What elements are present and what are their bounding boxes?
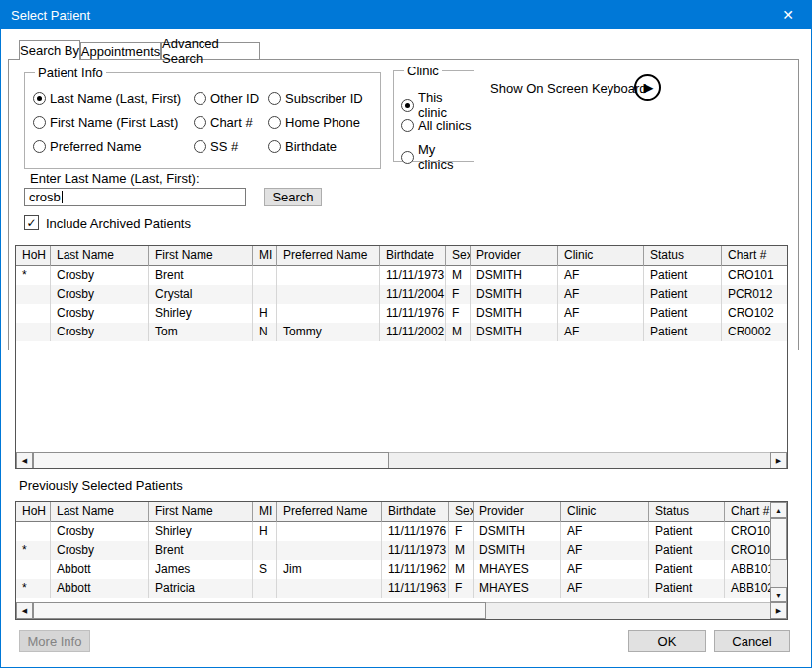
cell <box>16 285 51 304</box>
column-header-hoh[interactable]: HoH <box>16 246 51 266</box>
radio-my-clinics[interactable]: My clinics <box>401 142 474 172</box>
cancel-label: Cancel <box>732 634 771 649</box>
radio-circle-icon <box>33 92 46 105</box>
cell: Crosby <box>51 323 149 341</box>
results-hscroll-thumb[interactable] <box>33 452 389 468</box>
column-header-status[interactable]: Status <box>644 246 722 266</box>
radio-circle-icon <box>268 92 281 105</box>
tab-appointments[interactable]: Appointments <box>80 42 161 59</box>
radio-birthdate[interactable]: Birthdate <box>268 139 337 154</box>
column-header-first-name[interactable]: First Name <box>149 502 253 522</box>
scroll-left-button[interactable]: ◀ <box>16 602 33 619</box>
radio-circle-icon <box>268 140 281 153</box>
column-header-chart[interactable]: Chart # <box>722 246 788 266</box>
radio-home-phone[interactable]: Home Phone <box>268 115 360 130</box>
cancel-button[interactable]: Cancel <box>714 630 790 652</box>
cell: AF <box>558 323 644 341</box>
radio-circle-icon <box>401 119 414 132</box>
tab-search-by[interactable]: Search By <box>19 40 80 60</box>
radio-subscriber-id[interactable]: Subscriber ID <box>268 91 363 106</box>
patient-info-groupbox: Patient Info Last Name (Last, First)Firs… <box>24 72 381 169</box>
column-header-clinic[interactable]: Clinic <box>561 502 649 522</box>
cell: 11/11/1962 <box>382 560 449 579</box>
cell: 11/11/1976 <box>382 522 449 541</box>
table-row[interactable]: CrosbyCrystal11/11/2004FDSMITHAFPatientP… <box>16 285 787 304</box>
radio-all-clinics[interactable]: All clinics <box>401 118 471 133</box>
table-row[interactable]: *AbbottPatricia11/11/1963FMHAYESAFPatien… <box>16 579 787 598</box>
previously-selected-label: Previously Selected Patients <box>19 478 183 493</box>
radio-other-id[interactable]: Other ID <box>194 91 259 106</box>
last-name-input[interactable]: crosb <box>24 188 246 206</box>
cell: Crystal <box>149 285 253 304</box>
search-button[interactable]: Search <box>264 188 322 206</box>
cell: F <box>449 579 474 598</box>
column-header-last-name[interactable]: Last Name <box>51 246 149 266</box>
radio-this-clinic[interactable]: This clinic <box>401 90 474 120</box>
scroll-down-button[interactable]: ▼ <box>770 587 787 602</box>
cell: AF <box>561 560 649 579</box>
cell: F <box>446 304 471 323</box>
column-header-preferred-name[interactable]: Preferred Name <box>277 502 382 522</box>
column-header-mi[interactable]: MI <box>253 502 277 522</box>
cell: Crosby <box>51 285 149 304</box>
more-info-button[interactable]: More Info <box>19 630 90 652</box>
previous-hscroll-thumb[interactable] <box>33 602 486 619</box>
table-row[interactable]: *CrosbyBrent11/11/1973MDSMITHAFPatientCR… <box>16 541 787 560</box>
previous-vscroll-thumb[interactable] <box>770 518 787 560</box>
column-header-preferred-name[interactable]: Preferred Name <box>277 246 380 266</box>
scroll-right-button[interactable]: ▶ <box>770 452 787 468</box>
column-header-status[interactable]: Status <box>649 502 725 522</box>
radio-ss-number[interactable]: SS # <box>194 139 238 154</box>
radio-circle-icon <box>33 116 46 129</box>
table-row[interactable]: CrosbyTomNTommy11/11/2002MDSMITHAFPatien… <box>16 323 787 341</box>
scroll-left-icon: ◀ <box>22 457 27 465</box>
scroll-up-button[interactable]: ▲ <box>770 502 787 518</box>
column-header-provider[interactable]: Provider <box>471 246 558 266</box>
radio-last-name[interactable]: Last Name (Last, First) <box>33 91 181 106</box>
more-info-label: More Info <box>28 634 82 649</box>
column-header-sex[interactable]: Sex <box>446 246 471 266</box>
cell: Abbott <box>51 579 149 598</box>
cell: 11/11/2002 <box>380 323 446 341</box>
column-header-hoh[interactable]: HoH <box>16 502 51 522</box>
table-row[interactable]: CrosbyShirleyH11/11/1976FDSMITHAFPatient… <box>16 304 787 323</box>
cell <box>253 579 277 598</box>
radio-label: First Name (First Last) <box>50 115 178 130</box>
cell: M <box>449 560 474 579</box>
radio-chart-number[interactable]: Chart # <box>194 115 253 130</box>
cell: M <box>446 323 471 341</box>
results-hscrollbar[interactable]: ◀ ▶ <box>16 452 787 468</box>
scroll-left-button[interactable]: ◀ <box>16 452 33 468</box>
ok-button[interactable]: OK <box>628 630 706 652</box>
column-header-mi[interactable]: MI <box>253 246 277 266</box>
cell: Patient <box>644 285 722 304</box>
table-row[interactable]: CrosbyShirleyH11/11/1976FDSMITHAFPatient… <box>16 522 787 541</box>
cell: DSMITH <box>471 285 558 304</box>
column-header-sex[interactable]: Sex <box>449 502 474 522</box>
on-screen-keyboard-button[interactable]: ▶ <box>634 74 661 101</box>
cell <box>277 579 382 598</box>
cell: M <box>446 266 471 285</box>
cell <box>277 522 382 541</box>
cell: 11/11/1976 <box>380 304 446 323</box>
scroll-right-button[interactable]: ▶ <box>770 602 787 619</box>
table-row[interactable]: AbbottJamesSJim11/11/1962MMHAYESAFPatien… <box>16 560 787 579</box>
table-row[interactable]: *CrosbyBrent11/11/1973MDSMITHAFPatientCR… <box>16 266 787 285</box>
title-bar: Select Patient ✕ <box>1 1 811 29</box>
radio-preferred-name[interactable]: Preferred Name <box>33 139 141 154</box>
close-button[interactable]: ✕ <box>765 1 811 29</box>
column-header-clinic[interactable]: Clinic <box>558 246 644 266</box>
column-header-birthdate[interactable]: Birthdate <box>380 246 446 266</box>
column-header-birthdate[interactable]: Birthdate <box>382 502 449 522</box>
radio-first-name[interactable]: First Name (First Last) <box>33 115 178 130</box>
column-header-first-name[interactable]: First Name <box>149 246 253 266</box>
include-archived-checkbox[interactable]: ✓ <box>24 215 39 230</box>
previous-hscrollbar[interactable]: ◀ ▶ <box>16 602 787 619</box>
cell: Patient <box>644 266 722 285</box>
previous-vscrollbar[interactable]: ▲ ▼ <box>770 502 787 602</box>
include-archived-label: Include Archived Patients <box>46 216 191 231</box>
scroll-right-icon: ▶ <box>776 457 781 465</box>
tab-advanced-search[interactable]: Advanced Search <box>161 42 260 59</box>
column-header-last-name[interactable]: Last Name <box>51 502 149 522</box>
column-header-provider[interactable]: Provider <box>474 502 561 522</box>
